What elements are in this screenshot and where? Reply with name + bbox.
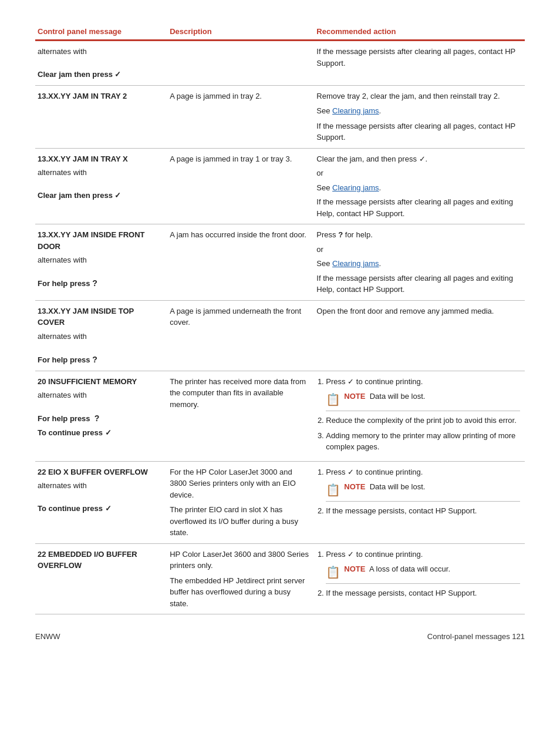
action-cell: If the message persists after clearing a… [314,41,525,86]
action-line: See Clearing jams. [316,182,520,194]
action-list-item: If the message persists, contact HP Supp… [326,587,520,599]
msg-line: alternates with [38,480,163,492]
message-cell: 13.XX.YY JAM IN TRAY 2 [35,85,167,148]
msg-line-bold: 13.XX.YY JAM INSIDE FRONT DOOR [38,229,163,252]
msg-line [38,401,163,413]
desc-cell [167,41,314,86]
footer-left: ENWW [35,632,60,641]
action-line: See Clearing jams. [316,258,520,270]
action-text: Press ✓ to continue printing. [326,550,423,559]
desc-line: The embedded HP Jetdirect print server b… [170,575,309,610]
note-icon: 📋 [326,391,340,408]
note-text: NOTE A loss of data will occur. [344,563,450,575]
desc-text: A page is jammed underneath the front co… [170,307,301,327]
msg-line-bold: For help press ? [38,412,163,425]
note-box: 📋 NOTE Data will be lost. [326,391,520,411]
action-line: or [316,244,520,256]
action-line: Clear the jam, and then press ✓. [316,153,520,165]
message-cell: 13.XX.YY JAM INSIDE TOP COVER alternates… [35,300,167,371]
desc-cell: A jam has occurred inside the front door… [167,224,314,301]
note-box: 📋 NOTE A loss of data will occur. [326,563,520,584]
action-list: Press ✓ to continue printing. 📋 NOTE Dat… [316,466,520,517]
msg-line-bold: To continue press ✓ [38,427,163,439]
action-line: If the message persists after clearing a… [316,120,520,143]
msg-line-bold: 22 EIO X BUFFER OVERFLOW [38,466,163,478]
desc-cell: A page is jammed in tray 2. [167,85,314,148]
action-text: If the message persists, contact HP Supp… [326,506,477,515]
desc-text: The printer has received more data from … [170,377,306,409]
msg-line-bold: Clear jam then press ✓ [38,190,163,201]
note-text: NOTE Data will be lost. [344,481,425,493]
note-icon: 📋 [326,563,340,581]
table-row: 20 INSUFFICIENT MEMORY alternates with F… [35,371,525,461]
message-cell: alternates with Clear jam then press ✓ [35,41,167,86]
action-line: or [316,167,520,179]
msg-line: alternates with [38,167,163,179]
message-cell: 22 EMBEDDED I/O BUFFER OVERFLOW [35,543,167,614]
msg-line-bold: 13.XX.YY JAM IN TRAY 2 [38,90,163,102]
action-cell: Remove tray 2, clear the jam, and then r… [314,85,525,148]
action-cell: Press ✓ to continue printing. 📋 NOTE Dat… [314,461,525,543]
msg-line-bold: For help press ? [38,354,163,366]
msg-line: alternates with [38,389,163,401]
desc-text: A page is jammed in tray 1 or tray 3. [170,154,292,163]
action-cell: Open the front door and remove any jamme… [314,300,525,371]
action-cell: Press ✓ to continue printing. 📋 NOTE A l… [314,543,525,614]
action-list-item: Press ✓ to continue printing. 📋 NOTE Dat… [326,376,520,412]
desc-line: For the HP Color LaserJet 3000 and 3800 … [170,466,309,501]
desc-cell: A page is jammed underneath the front co… [167,300,314,371]
header-action: Recommended action [314,23,525,41]
table-row: 22 EMBEDDED I/O BUFFER OVERFLOW HP Color… [35,543,525,614]
action-text: Adding memory to the printer may allow p… [326,431,515,452]
message-cell: 13.XX.YY JAM INSIDE FRONT DOOR alternate… [35,224,167,301]
clearing-jams-link[interactable]: Clearing jams [332,183,379,192]
clearing-jams-link[interactable]: Clearing jams [332,259,379,268]
page-footer: ENWW Control-panel messages 121 [35,632,525,641]
action-cell: Clear the jam, and then press ✓. or See … [314,148,525,224]
action-list-item: Reduce the complexity of the print job t… [326,415,520,426]
desc-line: The printer EIO card in slot X has overf… [170,504,309,539]
msg-line [38,179,163,190]
desc-text: A jam has occurred inside the front door… [170,230,306,239]
action-line: Press ? for help. [316,229,520,241]
msg-line [38,266,163,278]
action-line: If the message persists after clearing a… [316,196,520,219]
action-list-item: If the message persists, contact HP Supp… [326,505,520,517]
msg-line [38,492,163,503]
table-row: alternates with Clear jam then press ✓ I… [35,41,525,86]
action-text: Press ✓ to continue printing. [326,377,423,386]
msg-line-bold: 13.XX.YY JAM IN TRAY X [38,153,163,165]
header-description: Description [167,23,314,41]
table-row: 22 EIO X BUFFER OVERFLOW alternates with… [35,461,525,543]
action-text: Reduce the complexity of the print job t… [326,416,516,425]
desc-text: A page is jammed in tray 2. [170,92,262,100]
action-line: See Clearing jams. [316,105,520,117]
table-row: 13.XX.YY JAM IN TRAY 2 A page is jammed … [35,85,525,148]
note-icon: 📋 [326,481,340,499]
control-panel-table: Control panel message Description Recomm… [35,23,525,614]
desc-line: HP Color LaserJet 3600 and 3800 Series p… [170,549,309,572]
desc-cell: HP Color LaserJet 3600 and 3800 Series p… [167,543,314,614]
table-row: 13.XX.YY JAM IN TRAY X alternates with C… [35,148,525,224]
note-text: NOTE Data will be lost. [344,391,425,402]
desc-cell: A page is jammed in tray 1 or tray 3. [167,148,314,224]
table-row: 13.XX.YY JAM INSIDE FRONT DOOR alternate… [35,224,525,301]
action-line: Remove tray 2, clear the jam, and then r… [316,90,520,102]
action-cell: Press ? for help. or See Clearing jams. … [314,224,525,301]
footer-right: Control-panel messages 121 [427,632,525,641]
action-cell: Press ✓ to continue printing. 📋 NOTE Dat… [314,371,525,461]
msg-line-bold: Clear jam then press ✓ [38,69,163,80]
desc-cell: The printer has received more data from … [167,371,314,461]
action-text: If the message persists, contact HP Supp… [326,589,477,597]
message-cell: 20 INSUFFICIENT MEMORY alternates with F… [35,371,167,461]
msg-line-bold: 20 INSUFFICIENT MEMORY [38,376,163,388]
clearing-jams-link[interactable]: Clearing jams [332,106,379,115]
desc-cell: For the HP Color LaserJet 3000 and 3800 … [167,461,314,543]
table-header-row: Control panel message Description Recomm… [35,23,525,41]
note-box: 📋 NOTE Data will be lost. [326,481,520,502]
action-list: Press ✓ to continue printing. 📋 NOTE A l… [316,549,520,599]
msg-line-bold: To continue press ✓ [38,503,163,515]
table-row: 13.XX.YY JAM INSIDE TOP COVER alternates… [35,300,525,371]
msg-line-bold: 13.XX.YY JAM INSIDE TOP COVER [38,305,163,328]
action-list: Press ✓ to continue printing. 📋 NOTE Dat… [316,376,520,453]
